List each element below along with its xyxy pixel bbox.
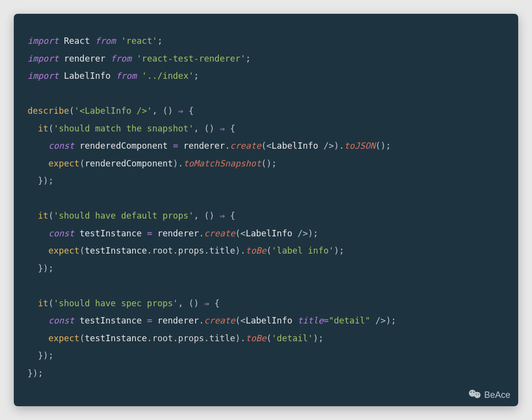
svg-point-5 xyxy=(478,394,479,395)
code-block: import React from 'react'; import render… xyxy=(28,32,504,382)
svg-point-3 xyxy=(473,391,474,392)
wechat-icon xyxy=(468,389,481,401)
watermark-text: BeAce xyxy=(484,390,510,400)
svg-point-1 xyxy=(474,392,481,398)
svg-point-4 xyxy=(476,394,477,395)
code-panel: import React from 'react'; import render… xyxy=(14,14,518,406)
svg-point-2 xyxy=(470,391,471,392)
watermark: BeAce xyxy=(468,389,510,401)
